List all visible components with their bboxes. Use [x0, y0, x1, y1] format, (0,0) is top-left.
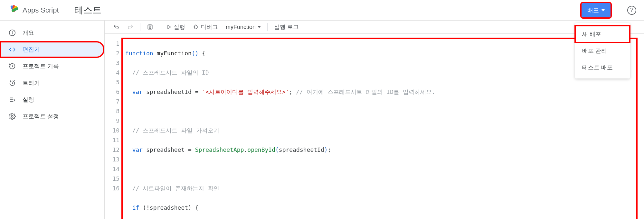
sidebar-item-editor[interactable]: 편집기: [0, 41, 104, 58]
apps-script-logo-icon: [8, 5, 19, 16]
sidebar-item-label: 실행: [23, 96, 34, 104]
exec-log-label: 실행 로그: [274, 23, 299, 31]
svg-marker-17: [168, 25, 171, 29]
gear-icon: [8, 113, 16, 120]
svg-line-8: [10, 80, 11, 81]
logo[interactable]: Apps Script: [8, 5, 59, 16]
main: 실행 디버그 myFunction 실행 로그 1 2 3 4 5 6: [104, 21, 644, 219]
sidebar-item-settings[interactable]: 프로젝트 설정: [0, 108, 104, 125]
redo-button[interactable]: [124, 21, 137, 33]
line-gutter: 1 2 3 4 5 6 7 8 9 10 11 12 13 14 15 16: [109, 39, 123, 219]
divider: [160, 23, 160, 31]
save-button[interactable]: [144, 21, 156, 33]
sidebar-item-label: 개요: [23, 29, 34, 37]
line-number: 11: [109, 135, 119, 145]
line-number: 13: [109, 155, 119, 164]
toolbar: 실행 디버그 myFunction 실행 로그: [105, 21, 644, 34]
deploy-dropdown: 새 배포 배포 관리 테스트 배포: [575, 23, 630, 78]
sidebar-item-label: 프로젝트 기록: [23, 62, 59, 70]
execution-log-button[interactable]: 실행 로그: [271, 21, 302, 33]
sidebar-item-label: 트리거: [23, 79, 40, 87]
code-icon: [8, 46, 16, 53]
line-number: 14: [109, 164, 119, 174]
header: Apps Script 테스트 배포 ?: [0, 0, 644, 21]
sidebar-item-label: 편집기: [23, 46, 40, 53]
svg-point-18: [194, 25, 197, 29]
line-number: 12: [109, 145, 119, 155]
svg-rect-16: [149, 25, 151, 26]
chevron-down-icon: [258, 26, 261, 28]
sidebar: 개요 편집기 프로젝트 기록 트리거 실행 프로젝트 설정: [0, 21, 104, 219]
function-selector[interactable]: myFunction: [223, 21, 264, 33]
run-button[interactable]: 실행: [163, 21, 188, 33]
svg-line-9: [14, 80, 15, 81]
line-number: 5: [109, 78, 119, 87]
divider: [267, 23, 268, 31]
line-number: 16: [109, 184, 119, 193]
alarm-icon: [8, 79, 16, 87]
sidebar-item-history[interactable]: 프로젝트 기록: [0, 58, 104, 75]
body: 개요 편집기 프로젝트 기록 트리거 실행 프로젝트 설정: [0, 21, 644, 219]
debug-button[interactable]: 디버그: [190, 21, 221, 33]
line-number: 2: [109, 49, 119, 58]
line-number: 4: [109, 68, 119, 78]
dropdown-item-new-deploy[interactable]: 새 배포: [575, 26, 630, 42]
chevron-down-icon: [601, 9, 605, 11]
info-icon: [8, 29, 16, 37]
line-number: 8: [109, 106, 119, 116]
function-name: myFunction: [226, 24, 256, 31]
sidebar-item-triggers[interactable]: 트리거: [0, 75, 104, 91]
logo-text: Apps Script: [23, 6, 59, 14]
deploy-button-label: 배포: [587, 6, 599, 14]
svg-point-13: [11, 115, 13, 117]
line-number: 15: [109, 174, 119, 184]
history-icon: [8, 62, 16, 70]
svg-point-6: [12, 31, 13, 32]
code-content[interactable]: function myFunction() { // 스프레드시트 파일의 ID…: [123, 39, 636, 219]
line-number: 10: [109, 126, 119, 135]
dropdown-item-manage-deploy[interactable]: 배포 관리: [575, 42, 630, 59]
line-number: 3: [109, 58, 119, 68]
project-title[interactable]: 테스트: [74, 4, 101, 16]
help-icon[interactable]: ?: [627, 6, 636, 15]
undo-button[interactable]: [110, 21, 123, 33]
run-label: 실행: [174, 23, 185, 31]
sidebar-item-executions[interactable]: 실행: [0, 91, 104, 108]
line-number: 6: [109, 87, 119, 97]
debug-label: 디버그: [201, 23, 218, 31]
sidebar-item-overview[interactable]: 개요: [0, 24, 104, 41]
line-number: 7: [109, 97, 119, 106]
sidebar-item-label: 프로젝트 설정: [23, 113, 59, 120]
dropdown-item-test-deploy[interactable]: 테스트 배포: [575, 59, 630, 76]
divider: [140, 23, 140, 31]
line-number: 9: [109, 116, 119, 126]
list-icon: [8, 96, 16, 104]
editor[interactable]: 1 2 3 4 5 6 7 8 9 10 11 12 13 14 15 16 f…: [105, 34, 644, 219]
line-number: 1: [109, 39, 119, 49]
svg-point-15: [149, 27, 151, 28]
deploy-button[interactable]: 배포: [582, 3, 611, 17]
